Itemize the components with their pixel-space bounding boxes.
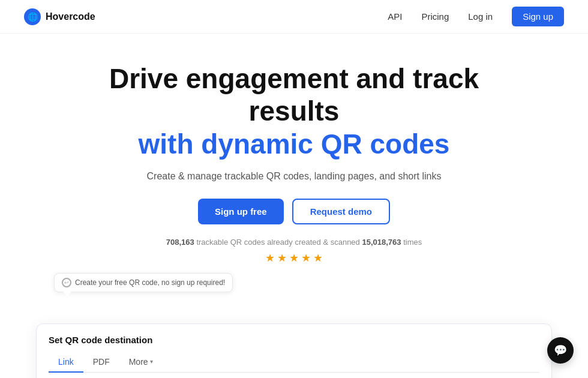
tab-more[interactable]: More ▾ — [119, 353, 163, 373]
tooltip-info-icon: ↩ — [62, 278, 71, 287]
signup-free-button[interactable]: Sign up free — [198, 199, 284, 224]
hero-headline-plain: Drive engagement and track results — [109, 63, 479, 127]
star-rating: ★ ★ ★ ★ ★ — [24, 251, 564, 265]
widget-wrapper: Set QR code destination Link PDF More ▾ … — [36, 302, 552, 378]
tooltip-bubble: ↩ Create your free QR code, no sign up r… — [54, 273, 233, 292]
hero-headline: Drive engagement and track resultswith d… — [78, 62, 510, 160]
widget-title: Set QR code destination — [49, 335, 539, 345]
tab-link[interactable]: Link — [49, 353, 83, 373]
star-3: ★ — [289, 251, 299, 265]
logo-icon: 🌐 — [24, 8, 41, 25]
star-5: ★ — [313, 251, 323, 265]
chevron-down-icon: ▾ — [150, 358, 153, 365]
nav-login-link[interactable]: Log in — [468, 11, 493, 22]
hero-section: Drive engagement and track resultswith d… — [0, 34, 588, 265]
hero-headline-highlight: with dynamic QR codes — [139, 128, 450, 160]
star-4: ★ — [301, 251, 311, 265]
hero-buttons: Sign up free Request demo — [24, 199, 564, 224]
star-1: ★ — [265, 251, 275, 265]
stats-mid: trackable QR codes already created & sca… — [196, 238, 359, 247]
widget-tabs: Link PDF More ▾ — [49, 353, 539, 373]
stats-count: 708,163 — [166, 238, 194, 247]
chat-bubble-button[interactable]: 💬 — [547, 337, 574, 364]
stats-suffix: times — [403, 238, 422, 247]
star-2: ★ — [277, 251, 287, 265]
nav-api-link[interactable]: API — [388, 11, 402, 22]
tooltip-text: Create your free QR code, no sign up req… — [75, 278, 225, 287]
nav-links: API Pricing Log in Sign up — [388, 7, 564, 26]
request-demo-button[interactable]: Request demo — [292, 199, 390, 224]
nav-pricing-link[interactable]: Pricing — [421, 11, 449, 22]
chat-icon: 💬 — [554, 344, 567, 357]
stats-text: 708,163 trackable QR codes already creat… — [24, 238, 564, 247]
tab-pdf[interactable]: PDF — [83, 353, 119, 373]
navbar: 🌐 Hovercode API Pricing Log in Sign up — [0, 0, 588, 34]
nav-signup-button[interactable]: Sign up — [512, 7, 564, 26]
logo-link[interactable]: 🌐 Hovercode — [24, 8, 95, 25]
widget-card: Set QR code destination Link PDF More ▾ … — [36, 323, 552, 378]
logo-text: Hovercode — [46, 11, 95, 22]
stats-scan-count: 15,018,763 — [362, 238, 401, 247]
hero-subtitle: Create & manage trackable QR codes, land… — [24, 171, 564, 182]
